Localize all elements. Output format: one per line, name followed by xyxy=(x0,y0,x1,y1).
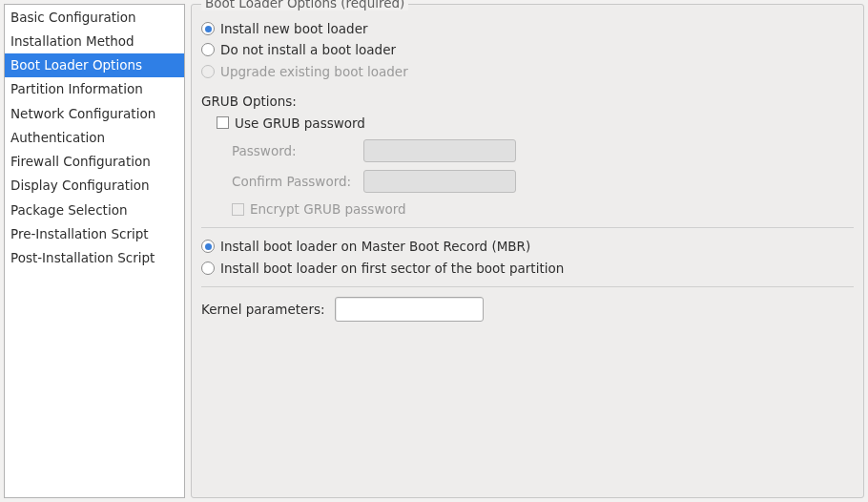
sidebar-item-post-installation-script[interactable]: Post-Installation Script xyxy=(5,246,184,270)
confirm-password-input xyxy=(363,170,516,193)
password-label: Password: xyxy=(232,143,356,158)
app-root: Basic Configuration Installation Method … xyxy=(0,0,868,502)
radio-install-new[interactable]: Install new boot loader xyxy=(201,18,854,39)
sidebar-item-firewall-configuration[interactable]: Firewall Configuration xyxy=(5,150,184,174)
sidebar-item-installation-method[interactable]: Installation Method xyxy=(5,29,184,52)
radio-do-not-install[interactable]: Do not install a boot loader xyxy=(201,39,854,60)
radio-icon xyxy=(201,43,215,56)
checkbox-use-grub-password[interactable]: Use GRUB password xyxy=(201,113,854,134)
sidebar-item-basic-configuration[interactable]: Basic Configuration xyxy=(5,5,184,29)
password-input xyxy=(363,139,516,162)
sidebar-item-boot-loader-options[interactable]: Boot Loader Options xyxy=(5,53,184,77)
separator xyxy=(201,227,854,228)
kernel-parameters-label: Kernel parameters: xyxy=(201,302,325,317)
radio-icon xyxy=(201,261,215,275)
sidebar-item-package-selection[interactable]: Package Selection xyxy=(5,198,184,221)
checkbox-label-encrypt: Encrypt GRUB password xyxy=(250,199,406,219)
radio-upgrade-existing: Upgrade existing boot loader xyxy=(201,61,854,82)
radio-label-install-new: Install new boot loader xyxy=(220,19,368,38)
sidebar-nav: Basic Configuration Installation Method … xyxy=(4,4,185,498)
kernel-parameters-row: Kernel parameters: xyxy=(201,297,854,322)
radio-label-do-not-install: Do not install a boot loader xyxy=(220,40,396,59)
radio-install-mbr[interactable]: Install boot loader on Master Boot Recor… xyxy=(201,236,854,257)
kernel-parameters-input[interactable] xyxy=(335,297,484,322)
sidebar-item-display-configuration[interactable]: Display Configuration xyxy=(5,174,184,198)
radio-icon xyxy=(201,240,215,253)
sidebar-item-network-configuration[interactable]: Network Configuration xyxy=(5,101,184,125)
radio-icon xyxy=(201,65,215,78)
boot-loader-groupbox: Boot Loader Options (required) Install n… xyxy=(191,4,864,498)
radio-install-first-sector[interactable]: Install boot loader on first sector of t… xyxy=(201,258,854,279)
sidebar-item-partition-information[interactable]: Partition Information xyxy=(5,77,184,101)
radio-label-install-first-sector: Install boot loader on first sector of t… xyxy=(220,259,564,278)
separator xyxy=(201,286,854,287)
checkbox-encrypt-grub-password: Encrypt GRUB password xyxy=(201,199,854,220)
grub-password-grid: Password: Confirm Password: xyxy=(201,134,854,199)
checkbox-label-use-grub-password: Use GRUB password xyxy=(235,114,365,133)
sidebar-item-pre-installation-script[interactable]: Pre-Installation Script xyxy=(5,221,184,245)
radio-icon xyxy=(201,22,215,35)
radio-label-upgrade-existing: Upgrade existing boot loader xyxy=(220,62,408,81)
main-panel: Boot Loader Options (required) Install n… xyxy=(191,4,864,498)
checkbox-icon xyxy=(217,116,229,129)
group-title: Boot Loader Options (required) xyxy=(201,0,408,10)
confirm-password-label: Confirm Password: xyxy=(232,174,356,189)
radio-label-install-mbr: Install boot loader on Master Boot Recor… xyxy=(220,237,530,256)
sidebar-item-authentication[interactable]: Authentication xyxy=(5,125,184,149)
checkbox-icon xyxy=(232,203,244,216)
grub-options-label: GRUB Options: xyxy=(201,94,854,109)
